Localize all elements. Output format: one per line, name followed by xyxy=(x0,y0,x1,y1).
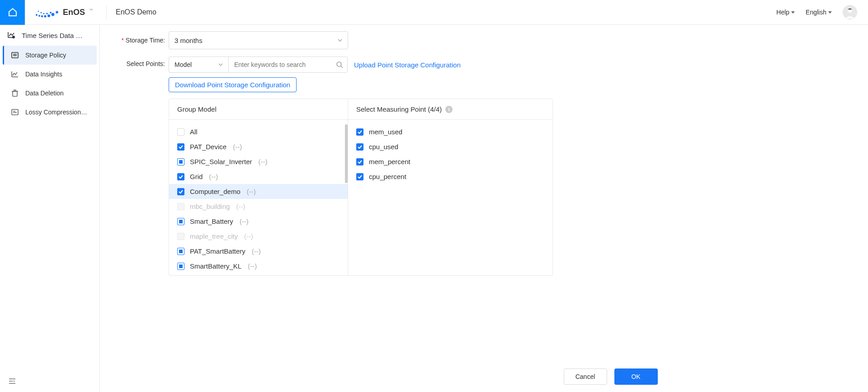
checkbox-unchecked[interactable] xyxy=(177,128,184,136)
model-item-suffix: (--) xyxy=(236,203,245,210)
checkbox-checked[interactable] xyxy=(356,158,363,165)
point-item-label: cpu_percent xyxy=(369,173,406,180)
group-model-list[interactable]: AllPAT_Device (--)SPIC_Solar_Inverter (-… xyxy=(169,120,348,275)
measuring-point-panel: Select Measuring Point (4/4) i mem_usedc… xyxy=(348,99,552,275)
model-item-label: Computer_demo xyxy=(190,188,241,195)
checkbox-checked[interactable] xyxy=(356,128,363,136)
cancel-button[interactable]: Cancel xyxy=(564,368,607,385)
storage-time-label: *Storage Time: xyxy=(111,37,169,44)
svg-point-9 xyxy=(43,13,44,14)
checkbox-indeterminate[interactable] xyxy=(177,158,184,165)
help-menu[interactable]: Help xyxy=(776,9,795,16)
model-item-label: SPIC_Solar_Inverter xyxy=(190,158,252,165)
checkbox-indeterminate[interactable] xyxy=(177,248,184,255)
sidebar-item-lossy-compression[interactable]: Lossy Compression… xyxy=(3,103,97,122)
main-content: *Storage Time: 3 months Select Points: M… xyxy=(100,25,868,392)
checkbox-checked[interactable] xyxy=(177,173,184,180)
svg-point-0 xyxy=(36,14,38,16)
storage-policy-icon xyxy=(11,51,19,59)
model-item-label: SmartBattery_KL xyxy=(190,262,241,270)
timeseries-icon xyxy=(7,31,15,39)
group-model-header: Group Model xyxy=(169,99,348,120)
group-model-panel: Group Model AllPAT_Device (--)SPIC_Solar… xyxy=(169,99,348,275)
user-icon xyxy=(843,5,857,19)
svg-point-7 xyxy=(38,11,39,12)
model-item-suffix: (--) xyxy=(248,262,257,270)
svg-point-4 xyxy=(47,14,50,17)
model-item[interactable]: SPIC_Solar_Inverter (--) xyxy=(169,154,348,169)
info-icon[interactable]: i xyxy=(445,106,453,113)
svg-line-28 xyxy=(341,66,343,68)
sidebar-item-data-insights[interactable]: Data Insights xyxy=(3,65,97,84)
chevron-down-icon xyxy=(828,11,832,14)
storage-time-value: 3 months xyxy=(175,37,203,44)
model-item-label: All xyxy=(190,128,198,136)
checkbox-checked[interactable] xyxy=(177,143,184,151)
model-item-label: Grid xyxy=(190,173,203,180)
model-item[interactable]: Smart_Battery (--) xyxy=(169,214,348,229)
model-item-label: Smart_Battery xyxy=(190,217,233,225)
model-type-select[interactable]: Model xyxy=(169,57,228,73)
point-item[interactable]: mem_used xyxy=(348,124,552,139)
storage-time-row: *Storage Time: 3 months xyxy=(111,31,857,49)
upload-config-link[interactable]: Upload Point Storage Configuration xyxy=(354,61,461,69)
svg-point-11 xyxy=(50,12,52,14)
select-points-label: Select Points: xyxy=(111,57,169,67)
model-item-suffix: (--) xyxy=(244,232,253,240)
model-item-suffix: (--) xyxy=(259,158,268,165)
point-item[interactable]: cpu_used xyxy=(348,139,552,154)
point-item-label: cpu_used xyxy=(369,143,398,151)
sidebar-collapse-button[interactable] xyxy=(0,372,99,392)
checkbox-checked[interactable] xyxy=(177,188,184,195)
language-label: English xyxy=(806,9,826,16)
model-item[interactable]: SmartBattery_KL (--) xyxy=(169,259,348,274)
model-item: mbc_building (--) xyxy=(169,199,348,214)
sidebar-item-data-deletion[interactable]: Data Deletion xyxy=(3,84,97,103)
checkbox-indeterminate[interactable] xyxy=(177,218,184,225)
home-logo-button[interactable] xyxy=(0,0,25,25)
svg-point-16 xyxy=(12,36,15,38)
model-item-suffix: (--) xyxy=(240,217,249,225)
sidebar-item-label: Data Deletion xyxy=(25,90,64,97)
point-item-label: mem_used xyxy=(369,128,402,136)
brand-logo: EnOS ™ xyxy=(25,5,107,19)
model-item[interactable]: PAT_Device (--) xyxy=(169,139,348,154)
point-item[interactable]: mem_percent xyxy=(348,154,552,169)
model-item-suffix: (--) xyxy=(252,247,261,255)
scrollbar-thumb[interactable] xyxy=(345,124,348,183)
model-item-suffix: (--) xyxy=(247,188,256,195)
sidebar-item-label: Data Insights xyxy=(25,71,62,78)
model-item[interactable]: Grid (--) xyxy=(169,169,348,184)
collapse-icon xyxy=(8,377,16,385)
storage-time-select[interactable]: 3 months xyxy=(169,31,348,49)
chevron-down-icon xyxy=(218,62,223,67)
ok-button[interactable]: OK xyxy=(614,368,658,385)
model-item-label: PAT_SmartBattery xyxy=(190,247,245,255)
point-item[interactable]: cpu_percent xyxy=(348,169,552,184)
measuring-point-list: mem_usedcpu_usedmem_percentcpu_percent xyxy=(348,120,552,275)
insights-icon xyxy=(11,70,19,78)
checkbox-indeterminate[interactable] xyxy=(177,263,184,270)
svg-point-5 xyxy=(52,13,55,16)
sidebar-item-storage-policy[interactable]: Storage Policy xyxy=(3,46,97,65)
checkbox-checked[interactable] xyxy=(356,173,363,180)
language-menu[interactable]: English xyxy=(806,9,832,16)
svg-rect-17 xyxy=(12,52,18,58)
download-config-button[interactable]: Download Point Storage Configuration xyxy=(169,77,297,92)
sidebar: Time Series Data … Storage Policy Data I… xyxy=(0,25,100,392)
home-icon xyxy=(7,7,18,18)
svg-point-8 xyxy=(41,12,42,14)
svg-rect-20 xyxy=(13,91,17,96)
user-avatar[interactable] xyxy=(843,5,857,19)
deletion-icon xyxy=(11,89,19,97)
chevron-down-icon xyxy=(791,11,795,14)
checkbox-disabled xyxy=(177,203,184,210)
model-item[interactable]: Computer_demo (--) xyxy=(169,184,348,199)
model-item[interactable]: PAT_SmartBattery (--) xyxy=(169,244,348,259)
checkbox-checked[interactable] xyxy=(356,143,363,151)
model-item: maple_tree_city (--) xyxy=(169,229,348,244)
model-item[interactable]: All xyxy=(169,124,348,139)
model-item-suffix: (--) xyxy=(209,173,218,180)
svg-point-3 xyxy=(44,15,46,17)
points-search-input[interactable] xyxy=(228,57,348,73)
